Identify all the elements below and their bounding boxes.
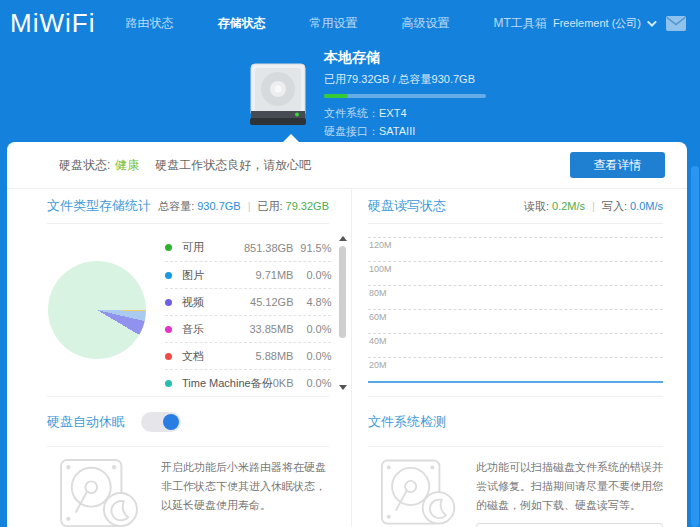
local-storage-summary: 本地存储 已用79.32GB / 总容量930.7GB 文件系统：EXT4 硬盘… (0, 46, 700, 142)
legend-row-videos: 视频 45.12GB 4.8% (165, 288, 331, 315)
legend-row-documents: 文档 5.88MB 0.0% (165, 342, 331, 369)
miwifi-logo[interactable]: MiWiFi (10, 8, 95, 39)
legend-dot (165, 353, 172, 360)
legend-dot (165, 272, 172, 279)
y-tick-40m: 40M (368, 334, 663, 346)
y-tick-120m: 120M (368, 238, 663, 250)
file-stats-title: 文件类型存储统计 (47, 197, 151, 215)
scroll-up-icon[interactable] (339, 236, 347, 241)
total-capacity-value: 930.7GB (197, 200, 240, 212)
hard-drive-icon (250, 63, 306, 125)
nav-item-router-status[interactable]: 路由状态 (125, 15, 173, 32)
read-speed-value: 0.2M/s (552, 200, 585, 212)
disk-sleep-section: 硬盘自动休眠 (7, 397, 352, 527)
legend-dot (165, 299, 172, 306)
page-scrollbar-thumb[interactable] (691, 166, 699, 527)
legend-row-pictures: 图片 9.71MB 0.0% (165, 261, 331, 288)
nav-items: 路由状态 存储状态 常用设置 高级设置 MT工具箱 (125, 15, 546, 32)
legend-row-timemachine: Time Machine备份 0KB 0.0% (165, 369, 331, 396)
y-tick-20m: 20M (368, 358, 663, 370)
fs-check-description: 此功能可以扫描磁盘文件系统的错误并尝试修复。扫描期间请尽量不要使用您的磁盘，例如… (476, 458, 663, 515)
legend-row-available: 可用 851.38GB 91.5% (165, 234, 331, 261)
y-tick-80m: 80M (368, 286, 663, 298)
y-tick-60m: 60M (368, 310, 663, 322)
disk-status-label: 硬盘状态: (59, 157, 110, 174)
storage-usage: 已用79.32GB / 总容量930.7GB (324, 72, 492, 87)
legend-scrollbar-thumb[interactable] (339, 246, 346, 338)
disk-port-row: 硬盘接口：SATAIII (324, 124, 492, 139)
disk-status-value: 健康 (115, 157, 139, 174)
pie-chart (48, 261, 146, 359)
rw-status-section: 硬盘读写状态 读取:0.2M/s|写入:0.0M/s 120M 100M 80M… (352, 189, 687, 397)
legend-row-music: 音乐 33.85MB 0.0% (165, 315, 331, 342)
rw-line-chart: 120M 100M 80M 60M 40M 20M (368, 224, 663, 383)
nav-item-advanced-settings[interactable]: 高级设置 (401, 15, 449, 32)
file-stats-summary: 总容量:930.7GB|已用:79.32GB (158, 199, 329, 214)
hero-progress-fill (324, 94, 348, 98)
file-type-legend: 可用 851.38GB 91.5% 图片 9.71MB 0.0% 视 (165, 224, 347, 396)
view-details-button[interactable]: 查看详情 (570, 152, 665, 178)
file-stats-section: 文件类型存储统计 总容量:930.7GB|已用:79.32GB 可用 851.3… (7, 189, 352, 397)
rw-activity-line (368, 381, 663, 383)
nav-item-storage-status[interactable]: 存储状态 (217, 15, 265, 32)
top-nav: MiWiFi 路由状态 存储状态 常用设置 高级设置 MT工具箱 Freelem… (0, 0, 700, 46)
fs-check-section: 文件系统检测 (352, 397, 687, 527)
user-name: Freelement (公司) (553, 16, 641, 31)
disk-sleep-title: 硬盘自动休眠 (47, 413, 125, 431)
filesystem-row: 文件系统：EXT4 (324, 106, 492, 121)
rw-status-title: 硬盘读写状态 (368, 197, 446, 215)
disk-sleep-moon-icon (59, 458, 141, 527)
disk-port-value: SATAIII (379, 125, 415, 137)
toggle-knob (163, 414, 179, 430)
used-capacity-value: 79.32GB (286, 200, 329, 212)
legend-scrollbar (338, 236, 347, 390)
legend-dot (165, 380, 172, 387)
fs-check-title: 文件系统检测 (368, 413, 446, 431)
disk-status-desc: 硬盘工作状态良好，请放心吧 (155, 157, 311, 174)
write-speed-value: 0.0M/s (630, 200, 663, 212)
nav-item-common-settings[interactable]: 常用设置 (309, 15, 357, 32)
start-check-button[interactable]: 开始检测 (476, 523, 663, 527)
user-menu[interactable]: Freelement (公司) (553, 16, 654, 31)
content-card: 硬盘状态: 健康 硬盘工作状态良好，请放心吧 查看详情 文件类型存储统计 总容量… (7, 142, 687, 527)
storage-progress-bar (324, 94, 486, 98)
scroll-down-icon[interactable] (339, 385, 347, 390)
sleep-description: 开启此功能后小米路由器将在硬盘非工作状态下使其进入休眠状态，以延长硬盘使用寿命。 (161, 458, 329, 515)
legend-dot (165, 244, 172, 251)
chevron-down-icon (647, 17, 657, 27)
filesystem-value: EXT4 (379, 107, 407, 119)
nav-item-mt-toolbox[interactable]: MT工具箱 (493, 15, 546, 32)
rw-status-summary: 读取:0.2M/s|写入:0.0M/s (524, 199, 663, 214)
storage-title: 本地存储 (324, 49, 492, 67)
legend-dot (165, 326, 172, 333)
disk-sleep-toggle[interactable] (141, 412, 181, 432)
disk-status-row: 硬盘状态: 健康 硬盘工作状态良好，请放心吧 查看详情 (7, 142, 687, 189)
y-tick-100m: 100M (368, 262, 663, 274)
message-envelope-icon[interactable] (666, 16, 686, 31)
disk-scan-icon (380, 458, 458, 527)
